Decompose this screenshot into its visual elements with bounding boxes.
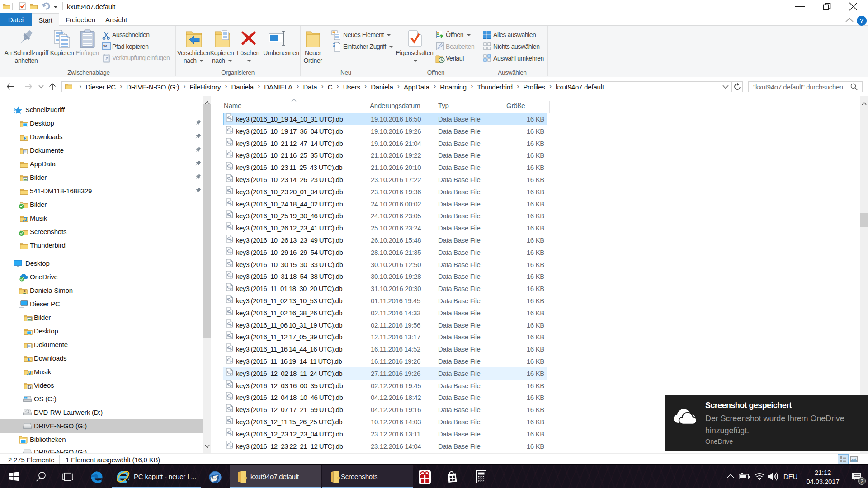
svg-text:W...: W... <box>103 44 110 48</box>
